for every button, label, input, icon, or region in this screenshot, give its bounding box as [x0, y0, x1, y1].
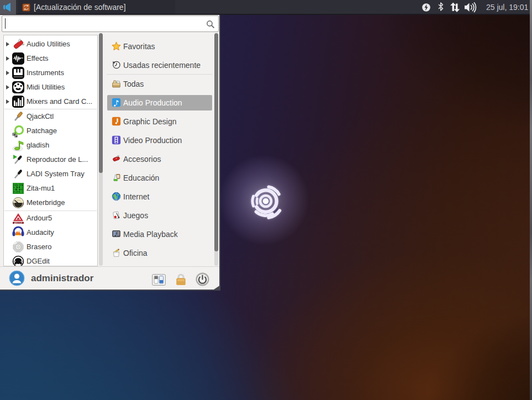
svg-text:ARDOUR: ARDOUR	[14, 222, 23, 224]
